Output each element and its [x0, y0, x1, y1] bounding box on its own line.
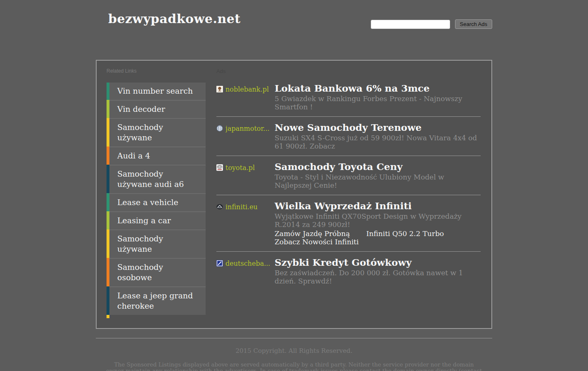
ad-listing: noblebank.pl Lokata Bankowa 6% na 3mce 5… [216, 79, 481, 116]
ad-source: infiniti.eu [216, 200, 275, 246]
ad-listing: toyota.pl Samochody Toyota Ceny Toyota -… [216, 156, 481, 195]
ad-sitelink[interactable]: Zobacz Nowości Infiniti [275, 238, 366, 246]
sidebar-link-label: Samochody używane audi a6 [109, 165, 206, 193]
ad-source: deutscheba... [216, 257, 275, 285]
ads-heading: Ads [216, 68, 481, 74]
sidebar-color-bar [107, 193, 109, 211]
ad-source: noblebank.pl [216, 83, 275, 111]
sidebar-link-label: Samochody używane [109, 230, 206, 258]
sidebar-color-bar [107, 118, 109, 147]
ad-sitelink[interactable]: Zamów Jazdę Próbną [275, 229, 366, 238]
ad-domain-link[interactable]: deutscheba... [225, 260, 270, 267]
search-ads-button[interactable]: Search Ads [455, 19, 493, 29]
sidebar-color-bar [107, 147, 109, 165]
toyota-logo-icon [216, 164, 223, 171]
ad-domain-link[interactable]: toyota.pl [225, 164, 255, 172]
content-panel: Related Links Vin number search Vin deco… [96, 60, 492, 329]
related-links-heading: Related Links [107, 68, 206, 74]
sidebar-color-bar [107, 211, 109, 229]
sidebar-related-link[interactable]: Samochody używane [107, 118, 206, 147]
sidebar-color-bar [107, 165, 109, 193]
ad-description: Wyjątkowe Infiniti QX70Sport Design w Wy… [275, 212, 481, 229]
search-input[interactable] [371, 20, 450, 29]
ad-body: Wielka Wyprzedaż Infiniti Wyjątkowe Infi… [275, 200, 481, 246]
ad-favicon [216, 125, 223, 132]
ad-domain-link[interactable]: infiniti.eu [225, 203, 258, 211]
ad-domain-link[interactable]: japanmotor... [225, 125, 270, 132]
page-header: bezwypadkowe.net Search Ads [96, 0, 492, 60]
deutsche-bank-logo-icon [216, 260, 223, 267]
sidebar-link-label: Lease a vehicle [109, 194, 206, 211]
sidebar-color-bar [107, 83, 109, 100]
sidebar-related-link[interactable]: Samochody osobowe [107, 258, 206, 286]
ad-favicon [216, 86, 223, 92]
globe-icon [216, 125, 223, 132]
sidebar-related-link[interactable]: Lease a jeep grand cherokee [107, 286, 206, 315]
sidebar-color-bar [107, 100, 109, 118]
sidebar-color-tail [107, 315, 109, 318]
sidebar-related-link[interactable]: Leasing a car [107, 211, 206, 229]
ad-title-link[interactable]: Szybki Kredyt Gotówkowy [275, 257, 481, 268]
search-area: Search Ads [371, 19, 493, 29]
sidebar-link-label: Vin number search [109, 83, 206, 100]
sidebar-related-link[interactable]: Vin decoder [107, 100, 206, 118]
ad-title-link[interactable]: Lokata Bankowa 6% na 3mce [275, 83, 481, 94]
sidebar-link-label: Lease a jeep grand cherokee [109, 287, 206, 315]
copyright-text: 2015 Copyright. All Rights Reserved. [96, 347, 492, 354]
sidebar-link-label: Audi a 4 [109, 147, 206, 165]
ads-list: noblebank.pl Lokata Bankowa 6% na 3mce 5… [216, 79, 481, 291]
ad-domain-link[interactable]: noblebank.pl [225, 85, 269, 93]
related-links-list: Vin number search Vin decoder Samochody … [107, 83, 206, 315]
ad-sitelinks: Zamów Jazdę PróbnąInfiniti Q50 2.2 Turbo… [275, 229, 481, 246]
disclaimer-text: The Sponsored Listings displayed above a… [106, 362, 482, 371]
ad-source: japanmotor... [216, 122, 275, 150]
sidebar-related-link[interactable]: Lease a vehicle [107, 193, 206, 211]
sidebar-link-label: Samochody osobowe [109, 259, 206, 286]
sidebar-link-label: Vin decoder [109, 101, 206, 118]
site-title: bezwypadkowe.net [108, 12, 241, 26]
ad-description: Suzuki SX4 S-Cross już od 59 900zł! Nowa… [275, 134, 481, 150]
sidebar-color-bar [107, 258, 109, 286]
sidebar-related-link[interactable]: Samochody używane audi a6 [107, 165, 206, 193]
ad-favicon [216, 203, 223, 210]
ad-listing: japanmotor... Nowe Samochody Terenowe Su… [216, 116, 481, 156]
infiniti-logo-icon [216, 203, 223, 210]
tree-icon [216, 86, 223, 92]
ad-listing: deutscheba... Szybki Kredyt Gotówkowy Be… [216, 251, 481, 291]
ads-column: Ads noblebank.pl Lokata Bankowa 6% na 3m… [216, 61, 481, 291]
sidebar-color-bar [107, 229, 109, 258]
ad-title-link[interactable]: Wielka Wyprzedaż Infiniti [275, 200, 481, 211]
footer-divider [96, 338, 492, 338]
sidebar-link-label: Samochody używane [109, 119, 206, 147]
ad-body: Szybki Kredyt Gotówkowy Bez zaświadczeń.… [275, 257, 481, 285]
ad-description: 5 Gwiazdek w Rankingu Forbes Prezent - N… [275, 95, 481, 111]
ad-listing: infiniti.eu Wielka Wyprzedaż Infiniti Wy… [216, 195, 481, 251]
ad-body: Samochody Toyota Ceny Toyota - Styl i Ni… [275, 161, 481, 189]
ad-favicon [216, 164, 223, 171]
sidebar-related-link[interactable]: Audi a 4 [107, 147, 206, 165]
ad-favicon [216, 260, 223, 267]
sidebar-related-link[interactable]: Samochody używane [107, 229, 206, 258]
sidebar-link-label: Leasing a car [109, 212, 206, 229]
ad-source: toyota.pl [216, 161, 275, 189]
page-footer: 2015 Copyright. All Rights Reserved. The… [96, 347, 492, 371]
ad-title-link[interactable]: Nowe Samochody Terenowe [275, 122, 481, 133]
ad-body: Nowe Samochody Terenowe Suzuki SX4 S-Cro… [275, 122, 481, 150]
sidebar-color-bar [107, 286, 109, 315]
ad-body: Lokata Bankowa 6% na 3mce 5 Gwiazdek w R… [275, 83, 481, 111]
related-links-sidebar: Related Links Vin number search Vin deco… [107, 61, 206, 318]
ad-description: Bez zaświadczeń. Do 200 000 zł. Gotówka … [275, 269, 481, 285]
sidebar-related-link[interactable]: Vin number search [107, 83, 206, 100]
ad-title-link[interactable]: Samochody Toyota Ceny [275, 161, 481, 172]
ad-description: Toyota - Styl i Niezawodność Ulubiony Mo… [275, 173, 481, 189]
ad-sitelink[interactable]: Infiniti Q50 2.2 Turbo [366, 229, 481, 238]
